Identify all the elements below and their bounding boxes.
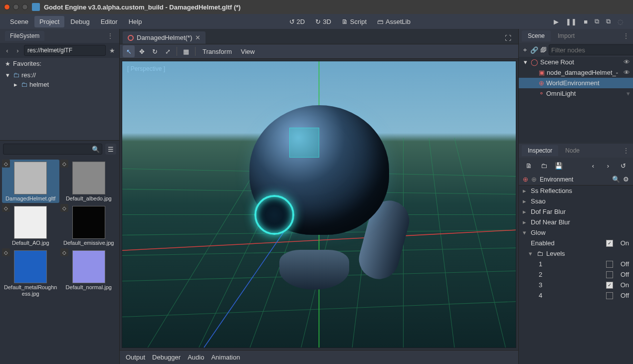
mode-script[interactable]: 🗎Script bbox=[337, 16, 372, 27]
pause-button[interactable]: ❚❚ bbox=[565, 17, 578, 26]
menu-debug[interactable]: Debug bbox=[65, 16, 94, 27]
scale-tool[interactable]: ⤢ bbox=[162, 45, 174, 57]
distraction-free-button[interactable]: ⛶ bbox=[503, 32, 513, 44]
inspector-section[interactable]: ▸Ssao bbox=[519, 196, 633, 206]
inspector-section[interactable]: ▸Ss Reflections bbox=[519, 185, 633, 196]
folder-icon: 🗀 bbox=[537, 250, 543, 257]
search-icon[interactable]: 🔍 bbox=[92, 146, 100, 153]
stop-button[interactable]: ■ bbox=[583, 17, 589, 26]
checkbox[interactable] bbox=[606, 292, 613, 299]
search-icon[interactable]: 🔍 bbox=[612, 176, 620, 183]
settings-icon[interactable]: ⚙ bbox=[623, 176, 629, 183]
property-row[interactable]: 1 Off bbox=[519, 259, 633, 269]
inspector-section[interactable]: ▸Dof Near Blur bbox=[519, 217, 633, 227]
select-tool[interactable]: ↖ bbox=[123, 45, 135, 57]
file-thumb[interactable]: ◇ DamagedHelmet.gltf bbox=[2, 160, 59, 203]
instance-button[interactable]: 🔗 bbox=[530, 44, 538, 56]
mode-3d[interactable]: ↻3D bbox=[310, 16, 336, 27]
tab-node[interactable]: Node bbox=[559, 145, 586, 156]
tab-debugger[interactable]: Debugger bbox=[152, 354, 181, 361]
type-badge-icon: ◇ bbox=[60, 204, 68, 212]
caret-icon[interactable]: ▾ bbox=[522, 58, 529, 66]
view-mode-button[interactable]: ☰ bbox=[105, 144, 116, 155]
favorite-star-icon[interactable]: ★ bbox=[108, 46, 116, 55]
menu-editor[interactable]: Editor bbox=[96, 16, 123, 27]
3d-viewport[interactable]: [ Perspective ] bbox=[122, 61, 516, 348]
filesystem-tab[interactable]: FileSystem bbox=[5, 31, 44, 41]
inspector-section[interactable]: ▾🗀 Levels bbox=[519, 248, 633, 259]
tree-folder-helmet[interactable]: ▸🗀helmet bbox=[4, 80, 115, 89]
menu-help[interactable]: Help bbox=[124, 16, 147, 27]
scene-tab[interactable]: DamagedHelmet(*) ✕ bbox=[123, 31, 206, 44]
tab-inspector[interactable]: Inspector bbox=[522, 145, 558, 156]
scene-tab-close[interactable]: ✕ bbox=[195, 34, 201, 41]
prop-value: On bbox=[616, 239, 629, 247]
window-title: Godot Engine v3.0.alpha.custom_build - D… bbox=[44, 3, 240, 11]
tab-scene[interactable]: Scene bbox=[522, 30, 551, 41]
panel-menu-icon[interactable]: ⋮ bbox=[623, 32, 630, 40]
property-row[interactable]: 4 Off bbox=[519, 290, 633, 301]
nav-forward-button[interactable]: › bbox=[13, 46, 22, 55]
menu-scene[interactable]: Scene bbox=[5, 16, 33, 27]
menu-project[interactable]: Project bbox=[34, 16, 64, 27]
thumbnail-image bbox=[14, 162, 47, 194]
visibility-icon[interactable]: 👁 bbox=[624, 58, 630, 66]
play-custom-button[interactable]: ⧉ bbox=[605, 16, 612, 26]
tree-root[interactable]: ▾🗀res:// bbox=[4, 70, 115, 80]
mode-2d[interactable]: ↺2D bbox=[284, 16, 310, 27]
caret-icon: ▾ bbox=[523, 229, 528, 236]
rotate-tool[interactable]: ↻ bbox=[149, 45, 161, 57]
new-resource-button[interactable]: 🗎 bbox=[523, 160, 535, 172]
checkbox[interactable]: ✓ bbox=[606, 240, 613, 247]
tab-import[interactable]: Import bbox=[552, 30, 581, 41]
window-minimize-button[interactable] bbox=[13, 4, 19, 10]
play-button[interactable]: ▶ bbox=[553, 17, 560, 26]
scene-node[interactable]: ▣ node_damagedHelmet_- 👁 bbox=[519, 67, 633, 78]
window-close-button[interactable] bbox=[4, 4, 10, 10]
chevron-down-icon[interactable]: ▾ bbox=[627, 90, 630, 97]
property-row[interactable]: 3 ✓ On bbox=[519, 280, 633, 290]
scene-node[interactable]: ⚬ OmniLight ▾ bbox=[519, 88, 633, 99]
load-resource-button[interactable]: 🗀 bbox=[538, 160, 550, 172]
scene-modified-icon bbox=[128, 35, 134, 41]
file-thumb[interactable]: ◇ Default_emissive.jpg bbox=[60, 204, 118, 247]
tab-animation[interactable]: Animation bbox=[211, 354, 240, 361]
attach-script-button[interactable]: 🗊 bbox=[540, 44, 547, 56]
tab-audio[interactable]: Audio bbox=[188, 354, 204, 361]
history-forward-button[interactable]: › bbox=[602, 160, 614, 172]
add-node-button[interactable]: ＋ bbox=[522, 44, 528, 56]
property-row[interactable]: 2 Off bbox=[519, 269, 633, 280]
panel-menu-icon[interactable]: ⋮ bbox=[107, 32, 114, 40]
history-button[interactable]: ↺ bbox=[617, 160, 629, 172]
file-thumb[interactable]: ◇ Default_metalRoughness.jpg bbox=[2, 248, 59, 298]
tab-output[interactable]: Output bbox=[126, 354, 145, 361]
file-thumb[interactable]: ◇ Default_albedo.jpg bbox=[60, 160, 118, 203]
property-row[interactable]: Enabled ✓ On bbox=[519, 238, 633, 248]
checkbox[interactable]: ✓ bbox=[606, 282, 613, 289]
cube-icon: ▣ bbox=[539, 69, 545, 76]
checkbox[interactable] bbox=[606, 261, 613, 268]
visibility-icon[interactable]: 👁 bbox=[624, 69, 630, 76]
filter-nodes-input[interactable] bbox=[551, 46, 633, 54]
snap-tool[interactable]: ▦ bbox=[180, 45, 192, 57]
move-tool[interactable]: ✥ bbox=[136, 45, 148, 57]
scene-node[interactable]: ⊕ WorldEnvironment bbox=[519, 78, 633, 88]
mode-assetlib[interactable]: 🗃AssetLib bbox=[372, 16, 416, 27]
inspector-crumb[interactable]: Environment bbox=[540, 176, 573, 183]
filesystem-search-input[interactable] bbox=[5, 146, 92, 153]
window-maximize-button[interactable] bbox=[22, 4, 28, 10]
inspector-section[interactable]: ▸Dof Far Blur bbox=[519, 206, 633, 217]
file-thumb[interactable]: ◇ Default_AO.jpg bbox=[2, 204, 59, 247]
play-scene-button[interactable]: ⧉ bbox=[594, 16, 600, 26]
transform-menu[interactable]: Transform bbox=[199, 46, 236, 57]
path-input[interactable] bbox=[24, 45, 106, 56]
history-back-button[interactable]: ‹ bbox=[587, 160, 599, 172]
view-menu[interactable]: View bbox=[237, 46, 259, 57]
file-thumb[interactable]: ◇ Default_normal.jpg bbox=[60, 248, 118, 298]
panel-menu-icon[interactable]: ⋮ bbox=[623, 147, 630, 155]
scene-node[interactable]: ▾ ◯ Scene Root 👁 bbox=[519, 57, 633, 67]
nav-back-button[interactable]: ‹ bbox=[3, 46, 11, 55]
inspector-section[interactable]: ▾Glow bbox=[519, 227, 633, 238]
checkbox[interactable] bbox=[606, 271, 613, 278]
save-resource-button[interactable]: 💾 bbox=[553, 160, 565, 172]
